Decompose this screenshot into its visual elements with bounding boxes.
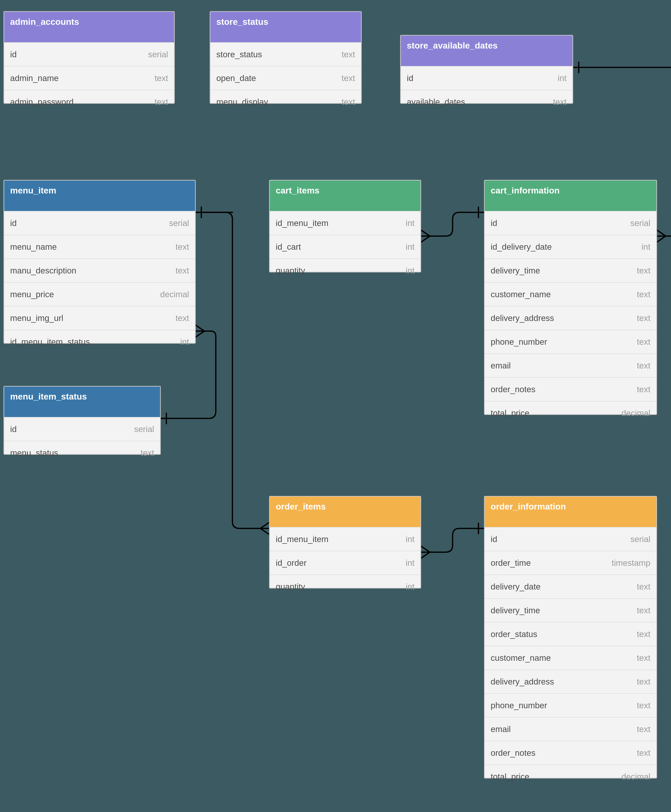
table-column-row: delivery_timetext bbox=[485, 598, 656, 622]
table-column-row: order_timetimestamp bbox=[485, 551, 656, 574]
column-name: total_price bbox=[490, 772, 529, 781]
column-type: decimal bbox=[160, 289, 189, 299]
table-header: menu_item_status bbox=[4, 387, 160, 417]
column-name: email bbox=[490, 361, 511, 370]
column-name: menu_price bbox=[10, 289, 54, 299]
column-name: available_dates bbox=[407, 97, 465, 107]
table-header: order_information bbox=[485, 497, 656, 527]
table-column-row: menu_pricedecimal bbox=[4, 282, 195, 306]
column-type: text bbox=[637, 606, 651, 615]
table-header: store_status bbox=[210, 12, 361, 42]
table-column-row: delivery_timetext bbox=[485, 258, 656, 282]
table-column-row: order_statustext bbox=[485, 622, 656, 646]
column-name: menu_img_url bbox=[10, 313, 63, 323]
column-name: delivery_address bbox=[490, 677, 554, 686]
table-column-row: admin_passwordtext bbox=[4, 90, 174, 114]
column-type: text bbox=[342, 49, 355, 59]
table-cart_items[interactable]: cart_itemsid_menu_itemintid_cartintquant… bbox=[269, 180, 421, 272]
er-diagram-canvas: admin_accountsidserialadmin_nametextadmi… bbox=[0, 0, 671, 812]
table-column-row: id_delivery_dateint bbox=[485, 235, 656, 258]
table-column-row: delivery_addresstext bbox=[485, 669, 656, 693]
column-type: decimal bbox=[622, 772, 651, 781]
table-header: order_items bbox=[270, 497, 421, 527]
column-name: phone_number bbox=[490, 337, 547, 347]
table-header: cart_information bbox=[485, 180, 656, 211]
table-order_information[interactable]: order_informationidserialorder_timetimes… bbox=[484, 496, 657, 778]
table-column-row: idserial bbox=[485, 211, 656, 235]
column-type: text bbox=[141, 448, 154, 458]
column-name: admin_name bbox=[10, 73, 59, 83]
column-type: int bbox=[405, 242, 414, 251]
table-column-row: customer_nametext bbox=[485, 282, 656, 306]
column-name: id_delivery_date bbox=[490, 242, 552, 251]
column-type: text bbox=[175, 266, 189, 275]
table-column-row: id_menu_item_statusint bbox=[4, 330, 195, 353]
column-name: id bbox=[10, 49, 17, 59]
column-type: text bbox=[637, 724, 651, 734]
column-type: text bbox=[175, 313, 189, 323]
table-column-row: menu_statustext bbox=[4, 441, 160, 464]
relation-order_items-order_information bbox=[421, 523, 484, 558]
table-column-row: id_cartint bbox=[270, 235, 421, 258]
column-name: quantity bbox=[276, 582, 305, 591]
column-type: text bbox=[637, 337, 651, 347]
column-type: int bbox=[180, 337, 189, 347]
table-admin_accounts[interactable]: admin_accountsidserialadmin_nametextadmi… bbox=[3, 11, 175, 104]
column-type: text bbox=[637, 582, 651, 591]
column-type: decimal bbox=[622, 408, 651, 418]
column-type: text bbox=[637, 748, 651, 758]
table-cart_information[interactable]: cart_informationidserialid_delivery_date… bbox=[484, 180, 657, 415]
column-name: menu_status bbox=[10, 448, 58, 458]
table-column-row: id_orderint bbox=[270, 551, 421, 574]
column-name: phone_number bbox=[490, 701, 547, 710]
column-name: manu_description bbox=[10, 266, 77, 275]
column-name: open_date bbox=[216, 73, 256, 83]
column-name: quantity bbox=[276, 266, 305, 275]
table-menu_item_status[interactable]: menu_item_statusidserialmenu_statustext bbox=[3, 386, 161, 455]
column-type: text bbox=[553, 97, 567, 107]
column-type: text bbox=[342, 73, 355, 83]
column-type: text bbox=[342, 97, 355, 107]
column-name: id_menu_item bbox=[276, 534, 329, 544]
column-name: email bbox=[490, 724, 511, 734]
table-column-row: idserial bbox=[4, 42, 174, 66]
column-name: menu_display bbox=[216, 97, 268, 107]
column-name: delivery_time bbox=[490, 266, 540, 275]
column-name: order_notes bbox=[490, 384, 535, 394]
column-name: order_status bbox=[490, 629, 537, 639]
table-header: menu_item bbox=[4, 180, 195, 211]
table-column-row: phone_numbertext bbox=[485, 693, 656, 717]
column-name: id_menu_item bbox=[276, 218, 329, 228]
column-type: text bbox=[637, 677, 651, 686]
table-column-row: total_pricedecimal bbox=[485, 764, 656, 788]
column-type: int bbox=[405, 534, 414, 544]
table-order_items[interactable]: order_itemsid_menu_itemintid_orderintqua… bbox=[269, 496, 421, 588]
table-store_status[interactable]: store_statusstore_statustextopen_datetex… bbox=[209, 11, 362, 104]
column-type: int bbox=[405, 582, 414, 591]
column-type: int bbox=[642, 242, 651, 251]
table-column-row: id_menu_itemint bbox=[270, 211, 421, 235]
column-name: delivery_time bbox=[490, 606, 540, 615]
column-name: store_status bbox=[216, 49, 262, 59]
column-name: delivery_date bbox=[490, 582, 541, 591]
table-column-row: idserial bbox=[485, 527, 656, 551]
column-name: id bbox=[490, 218, 497, 228]
table-column-row: idserial bbox=[4, 417, 160, 441]
column-type: text bbox=[155, 97, 168, 107]
table-column-row: order_notestext bbox=[485, 377, 656, 401]
column-type: int bbox=[405, 218, 414, 228]
table-column-row: available_datestext bbox=[401, 90, 572, 114]
column-type: text bbox=[175, 242, 189, 251]
column-type: int bbox=[405, 558, 414, 568]
column-type: serial bbox=[630, 218, 651, 228]
table-column-row: emailtext bbox=[485, 353, 656, 377]
column-type: text bbox=[637, 361, 651, 370]
column-type: text bbox=[637, 289, 651, 299]
table-store_available_dates[interactable]: store_available_datesidintavailable_date… bbox=[400, 35, 573, 104]
column-type: int bbox=[558, 73, 567, 83]
table-menu_item[interactable]: menu_itemidserialmenu_nametextmanu_descr… bbox=[3, 180, 196, 344]
column-name: id bbox=[10, 218, 17, 228]
table-column-row: admin_nametext bbox=[4, 66, 174, 90]
column-name: id_order bbox=[276, 558, 307, 568]
column-name: order_time bbox=[490, 558, 531, 568]
